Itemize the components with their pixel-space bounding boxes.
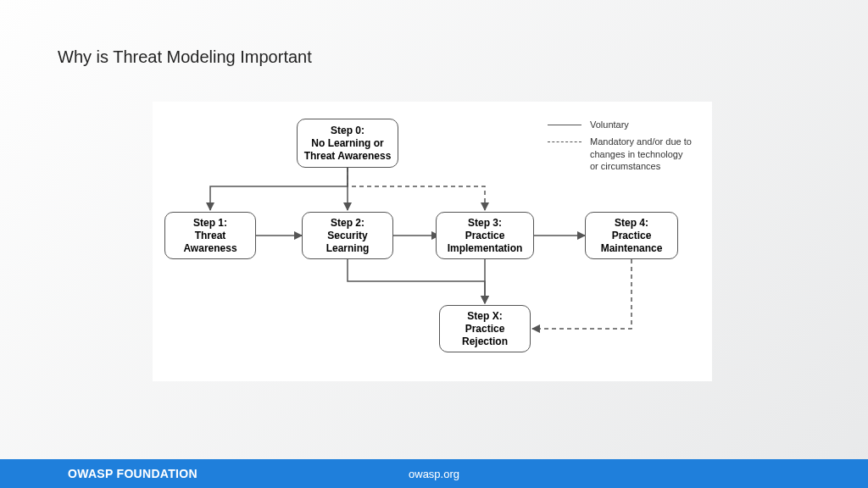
node-step1: Step 1:ThreatAwareness [164,212,256,259]
legend-voluntary-label: Voluntary [590,119,629,130]
legend: Voluntary Mandatory and/or due to change… [548,119,692,177]
footer-bar: OWASP FOUNDATION owasp.org [0,459,868,488]
dashed-line-icon [548,138,581,147]
legend-mandatory: Mandatory and/or due to changes in techn… [548,136,692,172]
footer-org: OWASP FOUNDATION [68,467,198,480]
node-step4: Step 4:PracticeMaintenance [585,212,678,259]
node-stepx: Step X:PracticeRejection [439,305,531,352]
footer-url: owasp.org [409,468,459,480]
slide-title: Why is Threat Modeling Important [58,47,312,67]
legend-mandatory-label: Mandatory and/or due to changes in techn… [590,136,692,172]
node-step0: Step 0:No Learning orThreat Awareness [297,119,398,168]
legend-voluntary: Voluntary [548,119,692,130]
solid-line-icon [548,121,581,130]
node-step3: Step 3:PracticeImplementation [436,212,534,259]
node-step2: Step 2:SecurityLearning [302,212,393,259]
diagram-panel: Step 0:No Learning orThreat Awareness St… [153,102,712,381]
